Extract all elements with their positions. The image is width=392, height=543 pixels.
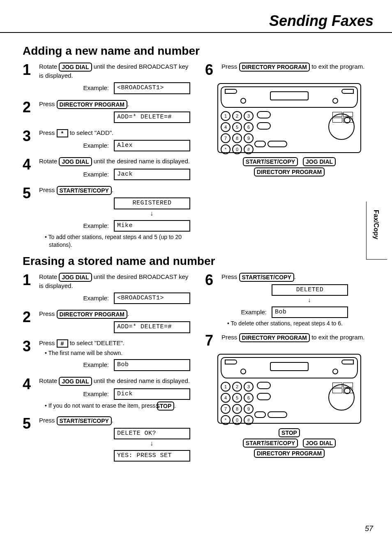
period: . [174, 402, 176, 409]
step-text: Press [39, 129, 55, 136]
step-number: 5 [23, 416, 35, 462]
step-text: Rotate [39, 377, 57, 384]
example-label: Example: [39, 361, 109, 369]
start-set-copy-button: START/SET/COPY [239, 273, 294, 282]
lcd-display: Bob [114, 359, 190, 371]
start-set-copy-label: START/SET/COPY [243, 157, 298, 166]
add-step-4: 4 Rotate JOG DIAL until the desired name… [23, 157, 191, 180]
jog-dial-button: JOG DIAL [59, 273, 92, 282]
step-number: 3 [23, 129, 35, 151]
step-text: until the desired name is displayed. [94, 158, 190, 165]
lcd-display: REGISTERED [114, 197, 190, 209]
erase-step-6: 6 Press START/SET/COPY. DELETED ↓ Exampl… [205, 273, 374, 328]
note-bullet: To add other stations, repeat steps 4 an… [45, 233, 191, 249]
add-step-1: 1 Rotate JOG DIAL until the desired BROA… [23, 63, 191, 94]
arrow-down-icon: ↓ [272, 296, 347, 304]
page-number: 57 [365, 524, 373, 533]
example-label: Example: [39, 170, 109, 179]
directory-program-button: DIRECTORY PROGRAM [239, 333, 310, 342]
step-number: 6 [205, 273, 217, 328]
example-label: Example: [39, 294, 109, 302]
note-bullet: If you do not want to erase the item, pr… [45, 401, 191, 411]
lcd-display: DELETED [272, 284, 348, 296]
step-text: Rotate [39, 158, 57, 165]
step-number: 4 [23, 157, 35, 180]
keypad: 123 456 789 *0# [221, 382, 271, 426]
step-number: 1 [23, 273, 35, 304]
fax-device-illustration: 123 456 789 *0# [217, 83, 361, 153]
erase-left-col: 1 Rotate JOG DIAL until the desired BROA… [23, 273, 191, 468]
keypad: 123 456 789 *0# [221, 111, 271, 155]
jog-dial-button: JOG DIAL [59, 157, 92, 166]
step-number: 1 [23, 63, 35, 94]
device-lcd-icon [270, 91, 309, 100]
lcd-display: ADD=* DELETE=# [114, 321, 190, 333]
example-label: Example: [39, 390, 109, 398]
device-lcd-icon [270, 362, 309, 371]
step-text: Press [221, 63, 237, 70]
device-callouts: START/SET/COPY JOG DIAL DIRECTORY PROGRA… [205, 156, 374, 177]
device-callouts: STOP START/SET/COPY JOG DIAL DIRECTORY P… [205, 427, 374, 458]
add-step-5: 5 Press START/SET/COPY. REGISTERED ↓ Exa… [23, 186, 191, 248]
erase-right-col: 6 Press START/SET/COPY. DELETED ↓ Exampl… [205, 273, 374, 468]
step-number: 5 [23, 186, 35, 248]
erase-step-7: 7 Press DIRECTORY PROGRAM to exit the pr… [205, 333, 374, 348]
start-set-copy-button: START/SET/COPY [57, 186, 112, 195]
section-heading-erase: Erasing a stored name and number [23, 255, 374, 268]
step-text: to exit the program. [311, 63, 364, 70]
directory-program-label: DIRECTORY PROGRAM [254, 167, 325, 176]
lcd-display: Dick [114, 388, 190, 400]
step-number: 2 [23, 100, 35, 123]
lcd-display: <BROADCAST1> [114, 292, 190, 304]
jog-dial-label: JOG DIAL [303, 439, 336, 448]
erase-step-5: 5 Press START/SET/COPY. DELETE OK? ↓ YES… [23, 416, 191, 462]
lcd-display: Alex [114, 140, 190, 151]
period: . [294, 273, 296, 280]
lcd-display: Mike [114, 220, 190, 232]
lcd-display: DELETE OK? [114, 428, 190, 439]
example-label: Example: [39, 84, 109, 92]
step-text: Rotate [39, 63, 57, 70]
step-text: to exit the program. [311, 334, 364, 341]
step-text: Press [221, 334, 237, 341]
jog-dial-button: JOG DIAL [59, 377, 92, 386]
step-number: 3 [23, 339, 35, 371]
note-bullet: The first name will be shown. [45, 349, 191, 357]
directory-program-button: DIRECTORY PROGRAM [57, 100, 127, 109]
jog-dial-label: JOG DIAL [303, 157, 336, 166]
step-text: Press [39, 339, 55, 346]
add-columns: 1 Rotate JOG DIAL until the desired BROA… [23, 63, 374, 255]
lcd-display: <BROADCAST1> [114, 82, 190, 94]
side-tab: Fax/Copy [366, 202, 387, 260]
start-set-copy-button: START/SET/COPY [57, 416, 112, 425]
step-number: 4 [23, 377, 35, 411]
arrow-down-icon: ↓ [114, 209, 189, 218]
step-text: Press [39, 417, 55, 424]
erase-step-2: 2 Press DIRECTORY PROGRAM. ADD=* DELETE=… [23, 310, 191, 333]
erase-columns: 1 Rotate JOG DIAL until the desired BROA… [23, 273, 374, 468]
step-text: to select "DELETE". [70, 339, 125, 346]
add-right-col: 6 Press DIRECTORY PROGRAM to exit the pr… [205, 63, 374, 255]
lcd-display: Bob [272, 306, 348, 318]
period: . [112, 417, 113, 424]
erase-step-4: 4 Rotate JOG DIAL until the desired name… [23, 377, 191, 411]
note-text: If you do not want to erase the item, pr… [48, 402, 156, 409]
example-label: Example: [221, 308, 267, 316]
fax-device-illustration: 123 456 789 *0# [217, 354, 361, 424]
step-number: 6 [205, 63, 217, 77]
jog-dial-icon [328, 384, 355, 411]
erase-step-3: 3 Press # to select "DELETE". The first … [23, 339, 191, 371]
period: . [112, 186, 113, 193]
example-label: Example: [39, 222, 109, 230]
step-number: 2 [23, 310, 35, 333]
section-heading-add: Adding a new name and number [23, 44, 374, 58]
lcd-display: Jack [114, 169, 190, 180]
period: . [127, 310, 129, 317]
jog-dial-icon [328, 114, 355, 140]
lcd-display: ADD=* DELETE=# [114, 111, 190, 123]
step-text: Press [39, 186, 55, 193]
step-text: to select "ADD". [70, 129, 114, 136]
step-text: Rotate [39, 273, 57, 280]
directory-program-button: DIRECTORY PROGRAM [57, 310, 127, 319]
step-text: Press [221, 273, 237, 280]
